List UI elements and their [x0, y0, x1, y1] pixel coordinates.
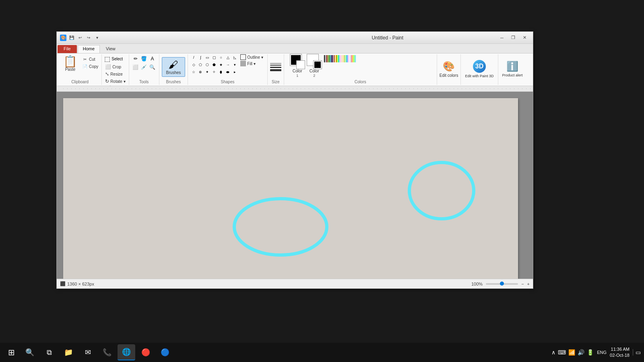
shape-star[interactable]: ★	[218, 62, 224, 68]
edit-colors-button[interactable]: 🎨 Edit colors	[440, 61, 458, 78]
tray-network[interactable]: 📶	[568, 349, 575, 356]
tab-view[interactable]: View	[101, 45, 121, 53]
shape-ellipse[interactable]: ○	[218, 54, 224, 61]
zoom-in-icon[interactable]: +	[527, 282, 530, 286]
palette-swatch[interactable]	[330, 55, 331, 62]
palette-swatch[interactable]	[326, 55, 327, 62]
fill-button[interactable]: Fill ▾	[240, 61, 263, 66]
shape-rtriangle[interactable]: ◺	[231, 54, 238, 61]
tray-chevron[interactable]: ∧	[551, 349, 555, 356]
shape-roundrect[interactable]: ▢	[211, 54, 217, 61]
text-tool[interactable]: A	[149, 55, 157, 63]
palette-swatch[interactable]	[347, 55, 347, 62]
product-alert-button[interactable]: ℹ️ Product alert	[501, 61, 524, 78]
shape-pentagon2[interactable]: ⬟	[211, 62, 217, 68]
cut-button[interactable]: ✂ Cut	[81, 56, 99, 62]
start-button[interactable]: ⊞	[3, 344, 19, 360]
select-dropdown[interactable]: ⬚ Select	[104, 55, 126, 63]
palette-swatch[interactable]	[336, 55, 337, 62]
restore-button[interactable]: ❐	[508, 34, 518, 42]
shape-rect[interactable]: ▭	[204, 54, 211, 61]
undo-quick-btn[interactable]: ↩	[76, 34, 84, 41]
pencil-tool[interactable]: ✏	[132, 55, 140, 63]
size-selector[interactable]	[270, 63, 281, 71]
palette-swatch[interactable]	[355, 55, 356, 62]
shape-ex2[interactable]: ⊕	[197, 69, 204, 75]
palette-swatch[interactable]	[351, 55, 352, 62]
palette-swatch[interactable]	[354, 55, 355, 62]
tray-battery[interactable]: 🔋	[587, 349, 594, 356]
rotate-button[interactable]: ↻ Rotate ▾	[104, 78, 126, 84]
canvas-container[interactable]	[57, 92, 533, 279]
palette-swatch[interactable]	[344, 55, 345, 62]
shape-hexagon[interactable]: ⬡	[204, 62, 211, 68]
shape-ex4[interactable]: ✧	[211, 69, 217, 75]
shape-ex5[interactable]: ⬮	[218, 69, 224, 75]
system-clock[interactable]: 11:36 AM 02-Oct-18	[610, 346, 630, 359]
palette-swatch[interactable]	[353, 55, 353, 62]
viber-btn[interactable]: 📞	[98, 344, 116, 360]
color-picker-tool[interactable]: 💉	[140, 63, 148, 71]
copy-button[interactable]: 📄 Copy	[81, 63, 99, 70]
outline-button[interactable]: Outline ▾	[240, 54, 263, 60]
shape-ex1[interactable]: ☆	[190, 69, 197, 75]
app2-btn[interactable]: 🔵	[156, 344, 174, 360]
palette-swatch[interactable]	[349, 55, 350, 62]
palette-swatch[interactable]	[343, 55, 344, 62]
palette-swatch[interactable]	[329, 55, 330, 62]
crop-button[interactable]: ⬜ Crop	[104, 64, 126, 70]
save-quick-btn[interactable]: 💾	[68, 34, 75, 41]
palette-swatch[interactable]	[338, 55, 339, 62]
palette-swatch[interactable]	[341, 55, 341, 62]
color2-swatch[interactable]	[307, 54, 322, 69]
task-view-btn[interactable]: ⧉	[40, 344, 58, 360]
shape-diamond[interactable]: ◇	[190, 62, 197, 68]
color1-swatch[interactable]	[290, 54, 305, 69]
palette-swatch[interactable]	[348, 55, 349, 62]
show-desktop-btn[interactable]: ▭	[633, 349, 641, 356]
app1-btn[interactable]: 🔴	[137, 344, 155, 360]
zoom-slider[interactable]	[486, 283, 518, 285]
shape-ex7[interactable]: ▸	[231, 69, 238, 75]
drawing-canvas[interactable]	[63, 98, 518, 279]
shape-ex6[interactable]: ⬬	[225, 69, 231, 75]
palette-swatch[interactable]	[335, 55, 336, 62]
palette-swatch[interactable]	[333, 55, 334, 62]
palette-swatch[interactable]	[350, 55, 351, 62]
palette-swatch[interactable]	[342, 55, 343, 62]
palette-swatch[interactable]	[339, 55, 340, 62]
palette-swatch[interactable]	[328, 55, 328, 62]
palette-swatch[interactable]	[334, 55, 335, 62]
shape-pentagon[interactable]: ⬠	[197, 62, 204, 68]
mail-btn[interactable]: ✉	[79, 344, 97, 360]
file-explorer-btn[interactable]: 📁	[60, 344, 77, 360]
brushes-button[interactable]: 🖌 Brushes	[162, 57, 186, 77]
customize-quick-btn[interactable]: ▾	[93, 34, 101, 41]
tab-home[interactable]: Home	[78, 45, 100, 53]
palette-swatch[interactable]	[325, 55, 326, 62]
fill-tool[interactable]: 🪣	[140, 55, 148, 63]
shape-arrow[interactable]: →	[225, 62, 231, 68]
shape-line[interactable]: /	[190, 54, 197, 61]
tab-file[interactable]: File	[58, 45, 77, 53]
paste-button[interactable]: 📋 Paste	[61, 54, 80, 73]
shape-more[interactable]: ▾	[231, 62, 238, 68]
close-button[interactable]: ✕	[519, 34, 530, 42]
resize-button[interactable]: ⤡ Resize	[104, 71, 126, 77]
palette-swatch[interactable]	[324, 55, 325, 62]
tray-keyboard[interactable]: ⌨	[558, 349, 566, 356]
minimize-button[interactable]: ─	[497, 34, 507, 42]
tray-volume[interactable]: 🔊	[578, 349, 584, 356]
eraser-tool[interactable]: ⬜	[132, 63, 140, 71]
shape-triangle[interactable]: △	[225, 54, 231, 61]
edit-paint3d-button[interactable]: 3D Edit with Paint 3D	[463, 60, 495, 79]
palette-swatch[interactable]	[332, 55, 332, 62]
redo-quick-btn[interactable]: ↪	[85, 34, 92, 41]
magnifier-tool[interactable]: 🔍	[149, 63, 157, 71]
shape-ex3[interactable]: ✦	[204, 69, 211, 75]
shape-curve[interactable]: ∫	[197, 54, 204, 61]
zoom-out-icon[interactable]: −	[521, 282, 524, 286]
chrome-btn[interactable]: 🌐	[118, 344, 135, 360]
search-taskbar-btn[interactable]: 🔍	[21, 344, 39, 360]
palette-swatch[interactable]	[345, 55, 346, 62]
